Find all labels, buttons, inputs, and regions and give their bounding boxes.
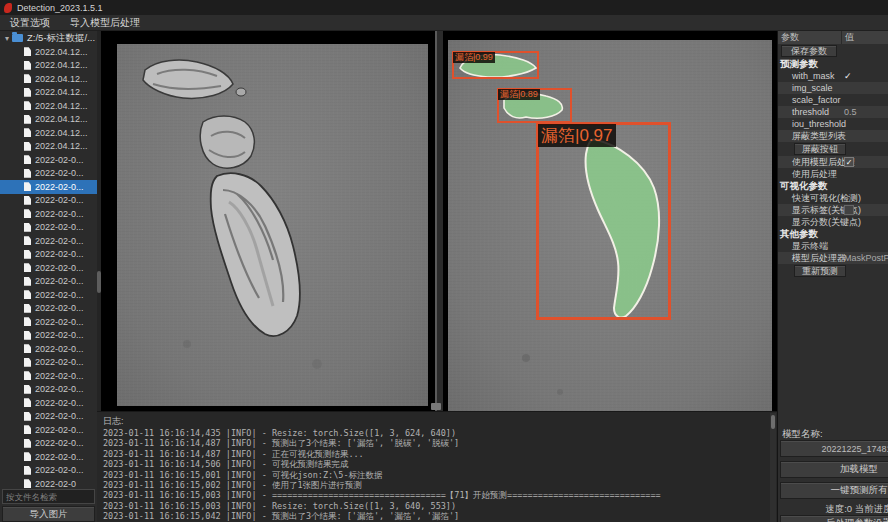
tree-item[interactable]: 2022-02-0...	[0, 207, 97, 221]
file-icon	[24, 398, 31, 407]
tree-item[interactable]: 2022-02-0...	[0, 423, 97, 437]
param-row[interactable]: 快速可视化(检测)	[778, 192, 888, 204]
tree-item-label: 2022.04.12...	[35, 128, 88, 138]
tree-item[interactable]: 2022-02-0...	[0, 329, 97, 343]
file-icon	[24, 439, 31, 448]
import-image-button[interactable]: 导入图片	[2, 506, 95, 522]
tree-item[interactable]: 2022-02-0...	[0, 167, 97, 181]
log-scrollbar	[770, 413, 776, 522]
param-button[interactable]: 屏蔽按钮	[794, 143, 846, 155]
tree-item[interactable]: 2022-02-0...	[0, 356, 97, 370]
tree-item[interactable]: 2022.04.12...	[0, 86, 97, 100]
tree-item[interactable]: 2022-02-0	[0, 477, 97, 489]
tree-item[interactable]: 2022-02-0...	[0, 396, 97, 410]
tree-item[interactable]: 2022-02-0...	[0, 383, 97, 397]
checkbox-empty[interactable]	[844, 205, 854, 215]
tree-item[interactable]: 2022-02-0...	[0, 194, 97, 208]
tree-item[interactable]: 2022-02-0...	[0, 464, 97, 478]
param-row[interactable]: 显示分数(关键点)	[778, 216, 888, 228]
file-icon	[24, 155, 31, 164]
param-row[interactable]: 模型后处理器MaskPostPro	[778, 252, 888, 264]
param-row[interactable]: 使用后处理	[778, 168, 888, 180]
tree-item[interactable]: 2022.04.12...	[0, 99, 97, 113]
menu-import-model-postprocess[interactable]: 导入模型后处理	[60, 15, 150, 31]
tree-item[interactable]: 2022-02-0...	[0, 342, 97, 356]
file-icon	[24, 236, 31, 245]
log-line: 2023-01-11 16:16:15,042 |INFO| - 预测出了3个结…	[103, 511, 767, 521]
chevron-down-icon[interactable]: ▾	[5, 34, 9, 43]
param-label: scale_factor	[792, 94, 841, 106]
tree-item[interactable]: 2022-02-0...	[0, 288, 97, 302]
param-button-row: 屏蔽按钮	[778, 142, 888, 156]
tree-item[interactable]: 2022-02-0...	[0, 221, 97, 235]
viewer-splitter-handle[interactable]	[431, 403, 441, 410]
tree-item[interactable]: 2022-02-0...	[0, 450, 97, 464]
tree-item-label: 2022-02-0...	[35, 357, 84, 367]
param-button[interactable]: 重新预测	[794, 265, 846, 277]
menu-settings[interactable]: 设置选项	[0, 15, 60, 31]
tree-item[interactable]: 2022-02-0...	[0, 437, 97, 451]
menu-bar: 设置选项 导入模型后处理	[0, 15, 888, 31]
model-name-field[interactable]: 20221225_174813	[780, 440, 888, 457]
tree-item[interactable]: 2022.04.12...	[0, 45, 97, 59]
param-row[interactable]: img_scale	[778, 82, 888, 94]
check-icon[interactable]: ✓	[844, 71, 852, 81]
param-row[interactable]: 显示标签(关键点)	[778, 204, 888, 216]
file-icon	[24, 263, 31, 272]
file-tree-items: 2022.04.12...2022.04.12...2022.04.12...2…	[0, 45, 97, 489]
tree-item[interactable]: 2022.04.12...	[0, 59, 97, 73]
viewer-splitter[interactable]	[435, 31, 437, 411]
param-row[interactable]: 屏蔽类型列表	[778, 130, 888, 142]
tree-item-label: 2022-02-0...	[35, 438, 84, 448]
tree-item-label: 2022-02-0...	[35, 222, 84, 232]
tree-item[interactable]: 2022-02-0...	[0, 180, 97, 194]
tree-item[interactable]: 2022-02-0...	[0, 410, 97, 424]
tree-item[interactable]: 2022-02-0...	[0, 369, 97, 383]
file-icon	[24, 344, 31, 353]
tree-item[interactable]: 2022-02-0...	[0, 261, 97, 275]
param-row[interactable]: 显示终端	[778, 240, 888, 252]
param-row[interactable]: threshold0.5	[778, 106, 888, 118]
param-row[interactable]: with_mask✓	[778, 70, 888, 82]
tree-item-label: 2022-02-0...	[35, 303, 84, 313]
log-line: 2023-01-11 16:16:14,506 |INFO| - 可视化预测结果…	[103, 459, 767, 469]
detection-box: 漏箔|0.99	[452, 51, 539, 79]
tree-item[interactable]: 2022-02-0...	[0, 234, 97, 248]
predict-all-button[interactable]: 一键预测所有	[780, 482, 888, 499]
save-params-button[interactable]: 保存参数	[781, 45, 837, 57]
params-header-param: 参数	[778, 31, 841, 44]
tree-item[interactable]: 2022-02-0...	[0, 315, 97, 329]
detection-box: 漏箔|0.97	[536, 122, 671, 320]
log-scrollbar-handle[interactable]	[771, 415, 775, 429]
tree-item-label: 2022-02-0...	[35, 290, 84, 300]
log-line: 2023-01-11 16:16:15,002 |INFO| - 使用了1张图片…	[103, 480, 767, 490]
param-row[interactable]: scale_factor	[778, 94, 888, 106]
tree-item-label: 2022.04.12...	[35, 101, 88, 111]
tree-item[interactable]: 2022.04.12...	[0, 113, 97, 127]
tree-item-label: 2022-02-0...	[35, 155, 84, 165]
param-row[interactable]: iou_threshold	[778, 118, 888, 130]
log-line: 2023-01-11 16:16:15,003 |INFO| - Resize:…	[103, 501, 767, 511]
tree-item[interactable]: 2022.04.12...	[0, 140, 97, 154]
log-line: 2023-01-11 16:16:14,435 |INFO| - Resize:…	[103, 428, 767, 438]
file-icon	[24, 223, 31, 232]
log-area[interactable]: 日志: 2023-01-11 16:16:14,435 |INFO| - Res…	[97, 411, 777, 522]
file-icon	[24, 412, 31, 421]
tree-root-folder[interactable]: ▾ Z:/5-标注数据/...	[0, 31, 97, 45]
tree-item[interactable]: 2022-02-0...	[0, 302, 97, 316]
app-icon	[4, 3, 12, 13]
search-input[interactable]	[2, 489, 95, 504]
app-window: Detection_2023.1.5.1 设置选项 导入模型后处理 ▾ Z:/5…	[0, 0, 888, 522]
tree-item[interactable]: 2022-02-0...	[0, 153, 97, 167]
log-line: 2023-01-11 16:16:14,487 |INFO| - 正在可视化预测…	[103, 449, 767, 459]
file-icon	[24, 452, 31, 461]
param-row[interactable]: 使用模型后处理✓	[778, 156, 888, 168]
postprocess-settings-button[interactable]: 后处理参数设置	[780, 515, 888, 522]
tree-item[interactable]: 2022-02-0...	[0, 248, 97, 262]
tree-item[interactable]: 2022.04.12...	[0, 72, 97, 86]
tree-item[interactable]: 2022.04.12...	[0, 126, 97, 140]
param-label: 显示终端	[792, 240, 828, 252]
load-model-button[interactable]: 加载模型	[780, 461, 888, 478]
checkbox-checked[interactable]: ✓	[844, 157, 854, 167]
tree-item[interactable]: 2022-02-0...	[0, 275, 97, 289]
